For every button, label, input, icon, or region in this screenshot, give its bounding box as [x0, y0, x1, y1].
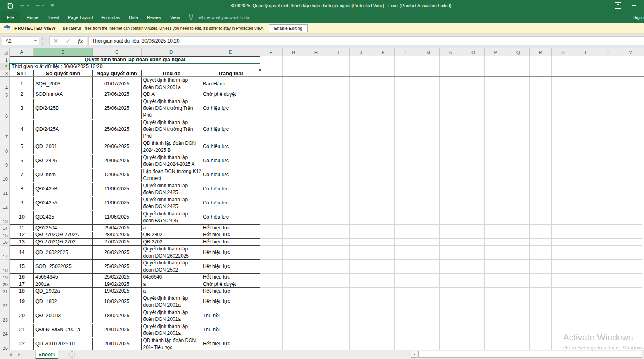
cell-B19[interactable]: 45654645 — [34, 274, 93, 281]
cell-C17[interactable]: 26/02/2025 — [93, 246, 142, 260]
cell-B9[interactable]: QĐ_2425 — [34, 155, 93, 168]
column-header-H[interactable]: H — [305, 48, 328, 56]
cell-E12[interactable]: Có hiệu lực — [201, 197, 260, 210]
sheet-nav-left-button[interactable] — [6, 350, 15, 359]
name-box[interactable]: A2 — [2, 36, 39, 45]
column-header-V[interactable]: V — [619, 48, 642, 56]
cell-A22[interactable]: 19 — [10, 295, 34, 309]
sheet-tab-sheet1[interactable]: Sheet1 — [35, 350, 58, 359]
formula-bar-splitter[interactable] — [41, 37, 44, 45]
column-header-R[interactable]: R — [530, 48, 552, 56]
row-header-6[interactable]: 6 — [0, 98, 10, 120]
column-header-J[interactable]: J — [350, 48, 372, 56]
cell-D24[interactable]: Quyết định thành lập đoàn ĐGN 2001a — [142, 324, 202, 337]
cell-A17[interactable]: 14 — [10, 246, 34, 260]
column-header-U[interactable]: U — [597, 48, 619, 56]
cell-E15[interactable]: Hết hiệu lực — [201, 232, 260, 239]
row-header-24[interactable]: 24 — [0, 323, 10, 337]
cell-A21[interactable]: 18 — [10, 288, 34, 295]
cell-D21[interactable]: a — [142, 288, 202, 295]
cell-B8[interactable]: QĐ_2001 — [34, 140, 93, 154]
cell-B15[interactable]: QĐ 2702QĐ 2702A — [34, 232, 93, 239]
cell-C24[interactable]: 20/01/2025 — [93, 324, 142, 337]
cell-C8[interactable]: 20/06/2025 — [93, 140, 142, 154]
cell-E25[interactable]: Hết hiệu lực — [201, 338, 260, 350]
cell-E22[interactable]: Hết hiệu lực — [201, 295, 260, 309]
tab-data[interactable]: Data — [129, 11, 138, 23]
cell-A10[interactable]: 7 — [10, 169, 34, 182]
sheet-nav-right-button[interactable] — [15, 350, 24, 359]
row-header-5[interactable]: 5 — [0, 91, 10, 98]
row-header-8[interactable]: 8 — [0, 140, 10, 154]
cell-A14[interactable]: 11 — [10, 225, 34, 232]
cell-B12[interactable]: QĐ2425A — [34, 197, 93, 210]
cell-D11[interactable]: Quyết định thành lập đoàn ĐGN 2425 — [142, 183, 202, 196]
cell-E6[interactable]: Có hiệu lực — [201, 99, 260, 120]
cell-B18[interactable]: SQĐ_25022025 — [34, 260, 93, 274]
cell-A4[interactable]: 1 — [10, 77, 34, 91]
name-box-dropdown-icon[interactable] — [32, 40, 39, 42]
column-header-K[interactable]: K — [372, 48, 395, 56]
cell-C22[interactable]: 18/02/2025 — [93, 295, 142, 309]
minimize-button[interactable] — [628, 1, 640, 10]
cell-C6[interactable]: 25/06/2025 — [93, 99, 142, 120]
cell-E21[interactable]: Hết hiệu lực — [201, 288, 260, 295]
row-header-19[interactable]: 19 — [0, 274, 10, 281]
cell-D23[interactable]: Quyết định thành lập đoàn ĐGN 2001a — [142, 309, 202, 323]
cell-C13[interactable]: 11/06/2025 — [93, 211, 142, 225]
cell-B5[interactable]: SQĐhnmAA — [34, 91, 93, 98]
cell-B16[interactable]: QĐ 2702QĐ 2702 — [34, 239, 93, 246]
enable-editing-button[interactable]: Enable Editing — [269, 24, 308, 32]
cell-C10[interactable]: 12/06/2025 — [93, 169, 142, 182]
cell-D20[interactable]: a — [142, 281, 202, 288]
cell-E8[interactable]: Có hiệu lực — [201, 140, 260, 154]
cell-B6[interactable]: QĐ/2425B — [34, 99, 93, 120]
column-header-I[interactable]: I — [327, 48, 350, 56]
select-all-button[interactable] — [0, 48, 10, 56]
cell-E9[interactable]: Có hiệu lực — [201, 155, 260, 168]
cell-C23[interactable]: 18/02/2025 — [93, 309, 142, 323]
row-header-9[interactable]: 9 — [0, 154, 10, 168]
cell-D14[interactable]: a — [142, 225, 202, 232]
header-cell-D3[interactable]: Tiêu đề — [142, 70, 202, 77]
cell-A19[interactable]: 16 — [10, 274, 34, 281]
cell-E4[interactable]: Ban Hành — [201, 77, 260, 91]
row-header-3[interactable]: 3 — [0, 70, 10, 77]
row-header-20[interactable]: 20 — [0, 281, 10, 288]
selection-fill-handle[interactable] — [259, 69, 261, 71]
cell-A25[interactable]: 22 — [10, 338, 34, 350]
cell-D4[interactable]: Quyết định thành lập đoàn ĐGN 2001a — [142, 77, 202, 91]
cell-B17[interactable]: QĐ_26022025 — [34, 246, 93, 260]
row-header-1[interactable]: 1 — [0, 56, 10, 63]
new-sheet-button[interactable] — [69, 351, 75, 358]
header-cell-C3[interactable]: Ngày quyết định — [93, 70, 142, 77]
cell-B14[interactable]: QĐ?2504 — [34, 225, 93, 232]
cell-E17[interactable]: Hết hiệu lực — [201, 246, 260, 260]
row-header-21[interactable]: 21 — [0, 288, 10, 295]
cell-A13[interactable]: 10 — [10, 211, 34, 225]
cell-A11[interactable]: 8 — [10, 183, 34, 196]
cell-A1-title[interactable]: Quyết định thành lập đoàn đánh giá ngoài — [10, 57, 260, 63]
cell-D8[interactable]: QĐ thành lập đoàn ĐGN 2024-2025 B — [142, 140, 202, 154]
cell-D16[interactable]: QĐ 2702 — [142, 239, 202, 246]
row-header-15[interactable]: 15 — [0, 231, 10, 239]
tab-file[interactable]: File — [1, 11, 20, 23]
cell-C19[interactable]: 25/02/2025 — [93, 274, 142, 281]
column-header-T[interactable]: T — [574, 48, 597, 56]
cell-C9[interactable]: 20/06/2025 — [93, 155, 142, 168]
tab-scroll-splitter[interactable] — [404, 352, 406, 358]
cell-A6[interactable]: 3 — [10, 99, 34, 120]
cell-D10[interactable]: Lập đoàn ĐGN trường K12 Connect — [142, 169, 202, 182]
header-cell-A3[interactable]: STT — [10, 70, 34, 77]
cell-C20[interactable]: 19/02/2025 — [93, 281, 142, 288]
column-header-S[interactable]: S — [552, 48, 574, 56]
row-header-14[interactable]: 14 — [0, 225, 10, 232]
cell-C11[interactable]: 11/06/2025 — [93, 183, 142, 196]
tab-page-layout[interactable]: Page Layout — [68, 11, 93, 23]
tab-view[interactable]: View — [170, 11, 180, 23]
cell-E11[interactable]: Có hiệu lực — [201, 183, 260, 196]
row-header-11[interactable]: 11 — [0, 182, 10, 196]
row-header-2[interactable]: 2 — [0, 63, 10, 70]
row-header-22[interactable]: 22 — [0, 295, 10, 309]
cell-D5[interactable]: QĐ A — [142, 91, 202, 98]
